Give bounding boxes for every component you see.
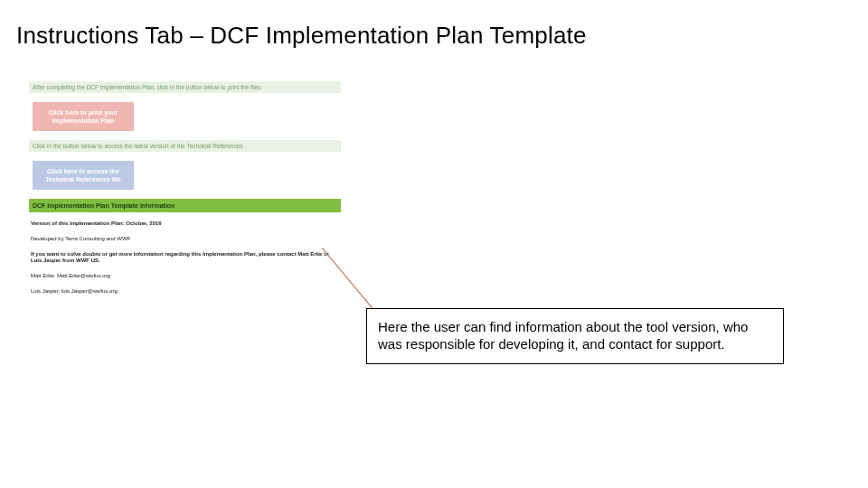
info-contact: If you want to solve doubts or get more … — [29, 249, 341, 266]
instructions-panel: After completing the DCF Implementation … — [29, 81, 341, 296]
template-info-header: DCF Implementation Plan Template Informa… — [29, 199, 341, 212]
slide: Instructions Tab – DCF Implementation Pl… — [0, 0, 868, 488]
info-developed-by: Developed by Terra Consulting and WWF. — [29, 233, 341, 243]
hint-ref: Click in the button below to access the … — [29, 140, 341, 152]
info-email-2: Luis Jasper: luis.Jasper@wwfus.org — [29, 286, 341, 296]
hint-print: After completing the DCF Implementation … — [29, 81, 341, 93]
info-version: Version of this Implementation Plan: Oct… — [29, 218, 341, 228]
page-title: Instructions Tab – DCF Implementation Pl… — [16, 22, 587, 50]
info-email-1: Matt Erke: Matt.Erke@wwfus.org — [29, 270, 341, 280]
callout-box: Here the user can find information about… — [366, 308, 784, 364]
print-plan-button[interactable]: Click here to print your Implementation … — [33, 102, 134, 131]
technical-references-button[interactable]: Click here to access the Technical Refer… — [33, 161, 134, 190]
